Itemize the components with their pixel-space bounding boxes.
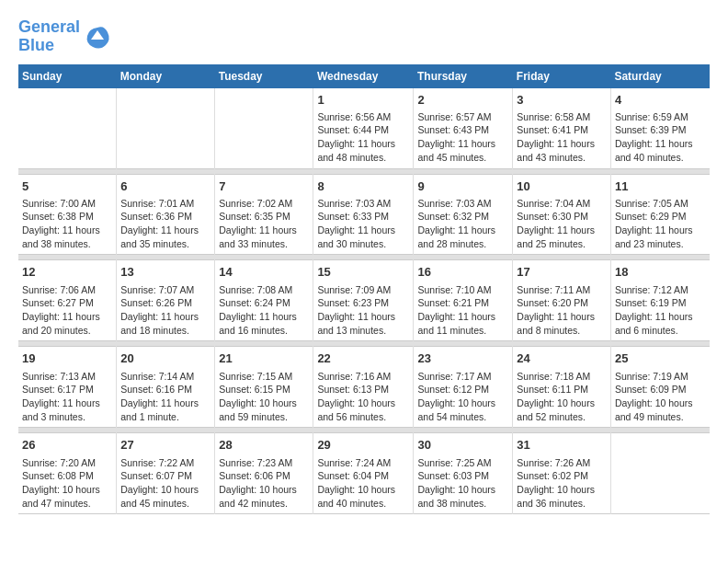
day-number: 3 — [517, 92, 607, 109]
day-number: 9 — [417, 178, 508, 195]
calendar-cell: 9Sunrise: 7:03 AMSunset: 6:32 PMDaylight… — [414, 174, 513, 255]
day-number: 24 — [517, 350, 607, 367]
day-info: Sunrise: 7:13 AMSunset: 6:17 PMDaylight:… — [22, 370, 112, 424]
week-row-4: 19Sunrise: 7:13 AMSunset: 6:17 PMDayligh… — [18, 347, 710, 428]
calendar-cell: 8Sunrise: 7:03 AMSunset: 6:33 PMDaylight… — [313, 174, 414, 255]
day-number: 7 — [219, 178, 309, 195]
day-number: 11 — [615, 178, 706, 195]
day-info: Sunrise: 7:14 AMSunset: 6:16 PMDaylight:… — [120, 370, 210, 424]
day-number: 6 — [120, 178, 210, 195]
logo-blue: Blue — [18, 36, 54, 54]
day-info: Sunrise: 7:04 AMSunset: 6:30 PMDaylight:… — [517, 197, 607, 251]
calendar-cell: 11Sunrise: 7:05 AMSunset: 6:29 PMDayligh… — [610, 174, 710, 255]
calendar-cell: 13Sunrise: 7:07 AMSunset: 6:26 PMDayligh… — [117, 260, 215, 341]
day-info: Sunrise: 7:20 AMSunset: 6:08 PMDaylight:… — [22, 456, 112, 511]
calendar-cell: 1Sunrise: 6:56 AMSunset: 6:44 PMDaylight… — [313, 88, 414, 168]
calendar-cell — [610, 433, 710, 514]
day-info: Sunrise: 7:05 AMSunset: 6:29 PMDaylight:… — [615, 197, 706, 251]
page-header: General Blue — [18, 18, 710, 55]
logo: General Blue — [18, 18, 111, 55]
day-header-saturday: Saturday — [610, 64, 710, 88]
day-info: Sunrise: 7:26 AMSunset: 6:02 PMDaylight:… — [517, 456, 607, 511]
calendar-cell: 12Sunrise: 7:06 AMSunset: 6:27 PMDayligh… — [18, 260, 117, 341]
day-number: 4 — [615, 92, 706, 109]
day-info: Sunrise: 7:25 AMSunset: 6:03 PMDaylight:… — [417, 456, 508, 511]
logo-icon — [84, 23, 111, 51]
calendar-cell: 18Sunrise: 7:12 AMSunset: 6:19 PMDayligh… — [610, 260, 710, 341]
calendar-cell — [117, 88, 215, 168]
day-number: 18 — [615, 264, 706, 281]
day-header-wednesday: Wednesday — [313, 64, 414, 88]
calendar-cell: 19Sunrise: 7:13 AMSunset: 6:17 PMDayligh… — [18, 347, 117, 428]
week-row-2: 5Sunrise: 7:00 AMSunset: 6:38 PMDaylight… — [18, 174, 710, 255]
day-number: 8 — [317, 178, 409, 195]
day-info: Sunrise: 7:16 AMSunset: 6:13 PMDaylight:… — [317, 370, 409, 424]
calendar-cell: 16Sunrise: 7:10 AMSunset: 6:21 PMDayligh… — [414, 260, 513, 341]
calendar-cell: 23Sunrise: 7:17 AMSunset: 6:12 PMDayligh… — [414, 347, 513, 428]
calendar-cell: 17Sunrise: 7:11 AMSunset: 6:20 PMDayligh… — [513, 260, 611, 341]
day-number: 20 — [120, 350, 210, 367]
calendar-cell — [215, 88, 313, 168]
calendar-cell: 2Sunrise: 6:57 AMSunset: 6:43 PMDaylight… — [414, 88, 513, 168]
calendar-cell: 31Sunrise: 7:26 AMSunset: 6:02 PMDayligh… — [513, 433, 611, 514]
day-number: 2 — [417, 92, 508, 109]
day-number: 19 — [22, 350, 112, 367]
day-info: Sunrise: 7:23 AMSunset: 6:06 PMDaylight:… — [219, 456, 309, 511]
calendar-cell: 24Sunrise: 7:18 AMSunset: 6:11 PMDayligh… — [513, 347, 611, 428]
calendar-cell: 15Sunrise: 7:09 AMSunset: 6:23 PMDayligh… — [313, 260, 414, 341]
calendar-cell: 20Sunrise: 7:14 AMSunset: 6:16 PMDayligh… — [117, 347, 215, 428]
calendar-cell: 22Sunrise: 7:16 AMSunset: 6:13 PMDayligh… — [313, 347, 414, 428]
calendar-cell: 14Sunrise: 7:08 AMSunset: 6:24 PMDayligh… — [215, 260, 313, 341]
day-info: Sunrise: 7:01 AMSunset: 6:36 PMDaylight:… — [120, 197, 210, 251]
calendar-cell: 7Sunrise: 7:02 AMSunset: 6:35 PMDaylight… — [215, 174, 313, 255]
day-info: Sunrise: 7:08 AMSunset: 6:24 PMDaylight:… — [219, 283, 309, 338]
day-number: 16 — [417, 264, 508, 281]
calendar-cell: 4Sunrise: 6:59 AMSunset: 6:39 PMDaylight… — [610, 88, 710, 168]
days-header-row: SundayMondayTuesdayWednesdayThursdayFrid… — [18, 64, 710, 88]
calendar-cell: 25Sunrise: 7:19 AMSunset: 6:09 PMDayligh… — [610, 347, 710, 428]
day-info: Sunrise: 7:24 AMSunset: 6:04 PMDaylight:… — [317, 456, 409, 511]
calendar-cell: 26Sunrise: 7:20 AMSunset: 6:08 PMDayligh… — [18, 433, 117, 514]
day-info: Sunrise: 7:03 AMSunset: 6:32 PMDaylight:… — [417, 197, 508, 251]
calendar-cell: 21Sunrise: 7:15 AMSunset: 6:15 PMDayligh… — [215, 347, 313, 428]
day-number: 1 — [317, 92, 409, 109]
calendar-cell — [18, 88, 117, 168]
calendar-cell: 5Sunrise: 7:00 AMSunset: 6:38 PMDaylight… — [18, 174, 117, 255]
week-row-1: 1Sunrise: 6:56 AMSunset: 6:44 PMDaylight… — [18, 88, 710, 168]
calendar-cell: 30Sunrise: 7:25 AMSunset: 6:03 PMDayligh… — [414, 433, 513, 514]
day-number: 27 — [120, 437, 210, 454]
day-header-sunday: Sunday — [18, 64, 117, 88]
logo-general: General — [18, 17, 80, 36]
day-number: 22 — [317, 350, 409, 367]
day-number: 17 — [517, 264, 607, 281]
day-info: Sunrise: 7:15 AMSunset: 6:15 PMDaylight:… — [219, 370, 309, 424]
day-info: Sunrise: 7:22 AMSunset: 6:07 PMDaylight:… — [120, 456, 210, 511]
day-info: Sunrise: 7:03 AMSunset: 6:33 PMDaylight:… — [317, 197, 409, 251]
day-number: 12 — [22, 264, 112, 281]
day-number: 5 — [22, 178, 112, 195]
day-number: 31 — [517, 437, 607, 454]
day-info: Sunrise: 6:58 AMSunset: 6:41 PMDaylight:… — [517, 110, 607, 165]
day-number: 25 — [615, 350, 706, 367]
day-number: 21 — [219, 350, 309, 367]
day-info: Sunrise: 7:02 AMSunset: 6:35 PMDaylight:… — [219, 197, 309, 251]
day-info: Sunrise: 6:59 AMSunset: 6:39 PMDaylight:… — [615, 110, 706, 165]
day-number: 15 — [317, 264, 409, 281]
calendar-cell: 29Sunrise: 7:24 AMSunset: 6:04 PMDayligh… — [313, 433, 414, 514]
day-info: Sunrise: 7:00 AMSunset: 6:38 PMDaylight:… — [22, 197, 112, 251]
day-info: Sunrise: 6:56 AMSunset: 6:44 PMDaylight:… — [317, 110, 409, 165]
day-info: Sunrise: 7:18 AMSunset: 6:11 PMDaylight:… — [517, 370, 607, 424]
day-header-thursday: Thursday — [414, 64, 513, 88]
day-info: Sunrise: 7:12 AMSunset: 6:19 PMDaylight:… — [615, 283, 706, 338]
day-number: 30 — [417, 437, 508, 454]
week-row-5: 26Sunrise: 7:20 AMSunset: 6:08 PMDayligh… — [18, 433, 710, 514]
day-info: Sunrise: 7:10 AMSunset: 6:21 PMDaylight:… — [417, 283, 508, 338]
calendar-cell: 28Sunrise: 7:23 AMSunset: 6:06 PMDayligh… — [215, 433, 313, 514]
day-number: 26 — [22, 437, 112, 454]
calendar-cell: 27Sunrise: 7:22 AMSunset: 6:07 PMDayligh… — [117, 433, 215, 514]
day-info: Sunrise: 7:09 AMSunset: 6:23 PMDaylight:… — [317, 283, 409, 338]
calendar-cell: 3Sunrise: 6:58 AMSunset: 6:41 PMDaylight… — [513, 88, 611, 168]
day-header-tuesday: Tuesday — [215, 64, 313, 88]
logo-text: General Blue — [18, 18, 80, 55]
day-number: 29 — [317, 437, 409, 454]
